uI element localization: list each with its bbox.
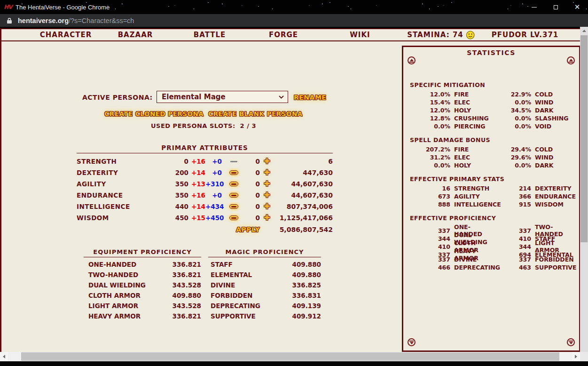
close-button[interactable]: ✕ xyxy=(566,0,588,14)
scroll-down-icon[interactable] xyxy=(567,338,575,346)
attribute-bonus-blue: +450 xyxy=(205,214,222,222)
stat-value: 34.5% xyxy=(497,107,531,114)
attribute-delta: 0 xyxy=(246,158,260,165)
proficiency-label: HEAVY ARMOR xyxy=(88,312,141,320)
proficiency-label: SUPPORTIVE xyxy=(211,312,256,320)
scrollbar-left-arrow[interactable] xyxy=(0,352,8,361)
scrollbar-right-arrow[interactable] xyxy=(572,352,580,361)
stat-label: SLASHING xyxy=(535,115,573,122)
stat-value: 15.4% xyxy=(410,99,450,106)
proficiency-label: DEPRECATING xyxy=(211,302,260,310)
rename-button[interactable]: RENAME xyxy=(294,94,326,101)
decrease-strength-button xyxy=(230,161,237,162)
stat-label: WIND xyxy=(535,154,573,161)
attribute-delta: 0 xyxy=(246,214,260,222)
stat-value: 12.0% xyxy=(410,107,450,114)
primary-attributes-table: PRIMARY ATTRIBUTES STRENGTH 0 +16 +0 0 ✚… xyxy=(77,144,333,236)
create-cloned-persona-button[interactable]: CREATE CLONED PERSONA xyxy=(104,110,204,118)
url-bar[interactable]: hentaiverse.org/?s=Character&ss=ch xyxy=(0,14,588,27)
stat-value: 337 xyxy=(410,256,450,263)
decrease-agility-button[interactable] xyxy=(229,182,238,186)
page-content: CHARACTER BAZAAR BATTLE FORGE WIKI STAMI… xyxy=(0,28,580,352)
attribute-bonus-red: +13 xyxy=(188,180,205,188)
window-title: The HentaiVerse - Google Chrome xyxy=(16,4,523,11)
stat-row: 466DEPRECATING463SUPPORTIVE xyxy=(410,263,573,271)
proficiency-value: 336.821 xyxy=(172,271,202,278)
scrollbar-up-arrow[interactable] xyxy=(580,27,588,35)
attribute-base: 450 xyxy=(133,214,188,222)
attribute-cost: 1,125,417,066 xyxy=(274,214,333,222)
stat-row: 12.0%FIRE22.9%COLD xyxy=(410,90,573,98)
stat-row: 337DIVINE337FORBIDDEN xyxy=(410,255,573,263)
table-row: TWO-HANDED336.821 xyxy=(84,270,201,280)
magic-proficiency-title: MAGIC PROFICIENCY xyxy=(208,248,321,257)
attribute-bonus-red: +14 xyxy=(188,203,205,210)
increase-endurance-button[interactable]: ✚ xyxy=(264,191,270,199)
maximize-button[interactable] xyxy=(545,0,566,14)
attribute-bonus-blue: +0 xyxy=(205,158,222,165)
stat-row: 0.0%PIERCING0.0%VOID xyxy=(410,122,573,130)
section-title: SPELL DAMAGE BONUS xyxy=(410,136,573,143)
increase-wisdom-button[interactable]: ✚ xyxy=(264,214,270,222)
decrease-wisdom-button[interactable] xyxy=(229,215,238,220)
scroll-down-icon[interactable] xyxy=(408,338,416,346)
nav-battle[interactable]: BATTLE xyxy=(194,29,226,40)
stat-label: HOLY xyxy=(454,107,494,114)
apply-button[interactable]: APPLY xyxy=(222,226,274,233)
create-blank-persona-button[interactable]: CREATE BLANK PERSONA xyxy=(208,110,302,118)
stat-label: WISDOM xyxy=(535,201,573,208)
attribute-row-dexterity: DEXTERITY 200 +14 +0 0 ✚ 447,630 xyxy=(77,167,333,178)
stat-label: DARK xyxy=(535,107,573,114)
proficiency-label: ONE-HANDED xyxy=(88,261,136,268)
minimize-button[interactable] xyxy=(523,0,545,14)
proficiency-label: CLOTH ARMOR xyxy=(88,292,141,299)
stat-value: 466 xyxy=(410,264,450,271)
attribute-row-intelligence: INTELLIGENCE 440 +14 +434 0 ✚ 807,374,00… xyxy=(77,201,333,212)
stat-label: DARK xyxy=(535,162,573,169)
increase-strength-button[interactable]: ✚ xyxy=(264,158,270,165)
table-row: CLOTH ARMOR409.880 xyxy=(84,290,201,301)
attribute-delta: 0 xyxy=(246,169,260,176)
stat-value: 344 xyxy=(497,243,531,250)
stat-value: 366 xyxy=(497,193,531,200)
increase-agility-button[interactable]: ✚ xyxy=(264,180,270,188)
proficiency-value: 343.528 xyxy=(172,281,202,289)
vertical-scrollbar[interactable] xyxy=(580,27,588,361)
scroll-up-icon[interactable] xyxy=(408,56,416,64)
stat-row: 12.8%CRUSHING0.0%SLASHING xyxy=(410,114,573,122)
stat-value: 16 xyxy=(410,185,450,192)
table-row: FORBIDDEN336.831 xyxy=(208,290,321,301)
decrease-intelligence-button[interactable] xyxy=(229,204,238,209)
attribute-base: 440 xyxy=(133,203,188,210)
used-persona-slots-label: USED PERSONA SLOTS: xyxy=(151,122,235,129)
horizontal-scrollbar-thumb[interactable] xyxy=(21,352,559,361)
persona-select[interactable]: Elemental Mage xyxy=(157,91,288,103)
statistics-panel: STATISTICS SPECIFIC MITIGATION 12.0%FIRE… xyxy=(402,46,580,352)
attribute-name: AGILITY xyxy=(77,180,133,188)
stat-value: 673 xyxy=(410,193,450,200)
decrease-dexterity-button[interactable] xyxy=(229,170,238,175)
table-row: LIGHT ARMOR343.528 xyxy=(84,301,201,311)
stat-label: DEXTERITY xyxy=(535,185,573,192)
proficiency-value: 409.880 xyxy=(292,261,321,268)
scroll-up-icon[interactable] xyxy=(567,56,575,64)
attribute-bonus-red: +16 xyxy=(188,191,205,199)
nav-wiki[interactable]: WIKI xyxy=(350,29,370,40)
table-row: HEAVY ARMOR336.821 xyxy=(84,311,201,321)
nav-forge[interactable]: FORGE xyxy=(269,29,298,40)
nav-bazaar[interactable]: BAZAAR xyxy=(118,29,153,40)
increase-intelligence-button[interactable]: ✚ xyxy=(264,203,270,210)
table-row: SUPPORTIVE409.912 xyxy=(208,311,321,321)
proficiency-label: STAFF xyxy=(211,261,233,268)
increase-dexterity-button[interactable]: ✚ xyxy=(264,169,270,176)
vertical-scrollbar-thumb[interactable] xyxy=(580,35,588,242)
stat-label: ENDURANCE xyxy=(535,193,576,200)
table-row: DIVINE336.825 xyxy=(208,280,321,290)
nav-character[interactable]: CHARACTER xyxy=(40,29,92,40)
horizontal-scrollbar[interactable] xyxy=(0,352,580,361)
stat-value: 29.6% xyxy=(497,154,531,161)
decrease-endurance-button[interactable] xyxy=(229,193,238,198)
attribute-name: WISDOM xyxy=(77,214,133,222)
statistics-title: STATISTICS xyxy=(403,49,579,56)
stat-row: 16STRENGTH214DEXTERITY xyxy=(410,184,573,192)
